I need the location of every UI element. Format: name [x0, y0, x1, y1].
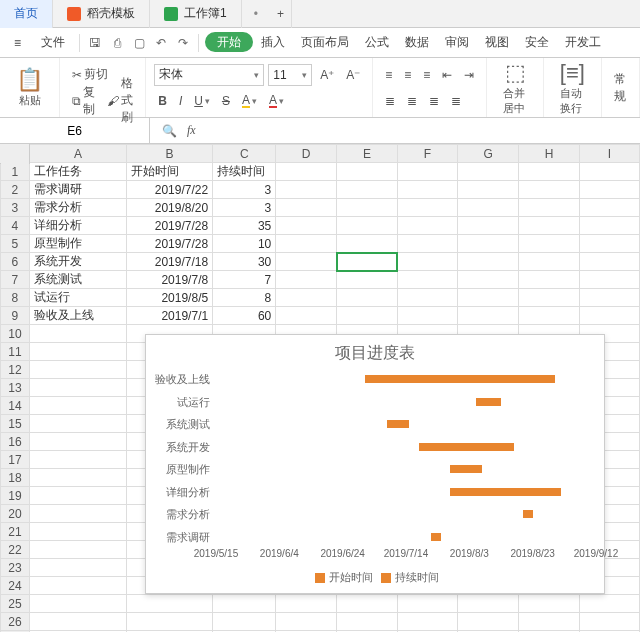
cell-C26[interactable] [213, 613, 276, 631]
cell-G25[interactable] [458, 595, 519, 613]
align-middle-button[interactable]: ≡ [400, 66, 415, 84]
cell-B8[interactable]: 2019/8/5 [127, 289, 213, 307]
cell-A20[interactable] [29, 505, 126, 523]
cell-I26[interactable] [579, 613, 639, 631]
cell-I3[interactable] [579, 199, 639, 217]
menu-collapse-button[interactable]: ≡ [6, 33, 29, 53]
col-header-H[interactable]: H [519, 145, 580, 163]
cell-H5[interactable] [519, 235, 580, 253]
menu-file[interactable]: 文件 [33, 31, 73, 54]
tab-home[interactable]: 首页 [0, 0, 53, 28]
cell-B6[interactable]: 2019/7/18 [127, 253, 213, 271]
cell-E26[interactable] [337, 613, 398, 631]
cell-F25[interactable] [397, 595, 458, 613]
menu-数据[interactable]: 数据 [397, 32, 437, 52]
cell-A3[interactable]: 需求分析 [29, 199, 126, 217]
row-header-15[interactable]: 15 [1, 415, 30, 433]
row-header-17[interactable]: 17 [1, 451, 30, 469]
number-format-select[interactable]: 常规 [610, 69, 631, 107]
row-header-21[interactable]: 21 [1, 523, 30, 541]
cell-E9[interactable] [337, 307, 398, 325]
cell-H25[interactable] [519, 595, 580, 613]
cell-C4[interactable]: 35 [213, 217, 276, 235]
cell-F6[interactable] [397, 253, 458, 271]
row-header-blank[interactable] [1, 145, 30, 163]
cell-I8[interactable] [579, 289, 639, 307]
cell-A19[interactable] [29, 487, 126, 505]
cell-A2[interactable]: 需求调研 [29, 181, 126, 199]
row-header-22[interactable]: 22 [1, 541, 30, 559]
cell-D8[interactable] [276, 289, 337, 307]
indent-increase-button[interactable]: ⇥ [460, 66, 478, 84]
cell-B26[interactable] [127, 613, 213, 631]
row-header-4[interactable]: 4 [1, 217, 30, 235]
row-header-12[interactable]: 12 [1, 361, 30, 379]
menu-插入[interactable]: 插入 [253, 32, 293, 52]
cell-B3[interactable]: 2019/8/20 [127, 199, 213, 217]
cell-H9[interactable] [519, 307, 580, 325]
name-box-input[interactable] [45, 124, 105, 138]
search-icon[interactable]: 🔍 [158, 122, 181, 140]
cell-C5[interactable]: 10 [213, 235, 276, 253]
menu-安全[interactable]: 安全 [517, 32, 557, 52]
cell-B4[interactable]: 2019/7/28 [127, 217, 213, 235]
menu-开始[interactable]: 开始 [205, 32, 253, 52]
cell-A26[interactable] [29, 613, 126, 631]
col-header-I[interactable]: I [579, 145, 639, 163]
cell-G3[interactable] [458, 199, 519, 217]
cell-A8[interactable]: 试运行 [29, 289, 126, 307]
undo-icon[interactable]: ↶ [152, 34, 170, 52]
cell-F4[interactable] [397, 217, 458, 235]
cell-I9[interactable] [579, 307, 639, 325]
spreadsheet-grid[interactable]: ABCDEFGHI1工作任务开始时间持续时间2需求调研2019/7/2233需求… [0, 144, 640, 632]
cell-H3[interactable] [519, 199, 580, 217]
cell-B1[interactable]: 开始时间 [127, 163, 213, 181]
align-center-button[interactable]: ≣ [403, 92, 421, 110]
print-icon[interactable]: ⎙ [108, 34, 126, 52]
cell-G5[interactable] [458, 235, 519, 253]
col-header-E[interactable]: E [337, 145, 398, 163]
cell-E8[interactable] [337, 289, 398, 307]
cell-B25[interactable] [127, 595, 213, 613]
cell-D25[interactable] [276, 595, 337, 613]
cell-A5[interactable]: 原型制作 [29, 235, 126, 253]
font-select[interactable]: 宋体▾ [154, 64, 264, 86]
chart-gantt[interactable]: 项目进度表 验收及上线试运行系统测试系统开发原型制作详细分析需求分析需求调研 2… [145, 334, 605, 594]
cell-I4[interactable] [579, 217, 639, 235]
align-right-button[interactable]: ≣ [425, 92, 443, 110]
cell-A11[interactable] [29, 343, 126, 361]
cell-H4[interactable] [519, 217, 580, 235]
menu-公式[interactable]: 公式 [357, 32, 397, 52]
cell-C2[interactable]: 3 [213, 181, 276, 199]
cell-C8[interactable]: 8 [213, 289, 276, 307]
col-header-C[interactable]: C [213, 145, 276, 163]
row-header-7[interactable]: 7 [1, 271, 30, 289]
justify-button[interactable]: ≣ [447, 92, 465, 110]
cell-E5[interactable] [337, 235, 398, 253]
row-header-1[interactable]: 1 [1, 163, 30, 181]
cell-B9[interactable]: 2019/7/1 [127, 307, 213, 325]
cell-G6[interactable] [458, 253, 519, 271]
cell-D5[interactable] [276, 235, 337, 253]
cell-D9[interactable] [276, 307, 337, 325]
new-tab-button[interactable]: + [270, 0, 292, 28]
text-color-button[interactable]: A▾ [265, 92, 288, 110]
cell-F7[interactable] [397, 271, 458, 289]
cell-H7[interactable] [519, 271, 580, 289]
merge-center-button[interactable]: ⬚合并居中 [495, 61, 535, 115]
cell-F26[interactable] [397, 613, 458, 631]
increase-font-button[interactable]: A⁺ [316, 66, 338, 84]
cell-H6[interactable] [519, 253, 580, 271]
menu-页面布局[interactable]: 页面布局 [293, 32, 357, 52]
wrap-text-button[interactable]: [≡]自动换行 [552, 61, 593, 115]
cell-D6[interactable] [276, 253, 337, 271]
cell-F9[interactable] [397, 307, 458, 325]
cell-A14[interactable] [29, 397, 126, 415]
align-bottom-button[interactable]: ≡ [419, 66, 434, 84]
fx-icon[interactable]: fx [187, 123, 196, 138]
col-header-F[interactable]: F [397, 145, 458, 163]
cell-A10[interactable] [29, 325, 126, 343]
col-header-G[interactable]: G [458, 145, 519, 163]
cell-B2[interactable]: 2019/7/22 [127, 181, 213, 199]
row-header-18[interactable]: 18 [1, 469, 30, 487]
